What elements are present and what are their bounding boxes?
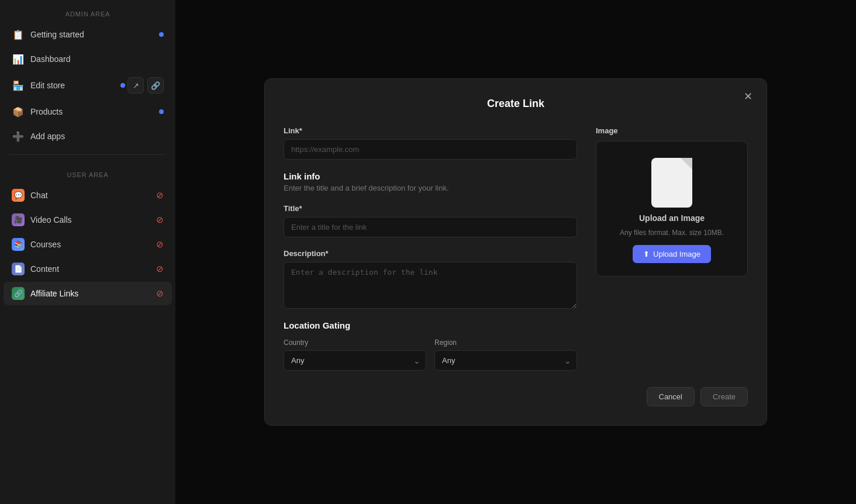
sidebar-item-getting-started[interactable]: 📋 Getting started	[4, 23, 172, 46]
title-form-group: Title*	[284, 204, 577, 237]
create-link-modal: Create Link ✕ Link* Link info Enter the …	[264, 78, 767, 426]
chat-icon: 💬	[12, 189, 25, 202]
country-label: Country	[284, 339, 426, 347]
chat-icon-wrapper: 💬	[12, 189, 25, 202]
country-select-wrapper: Any	[284, 350, 426, 371]
upload-image-button[interactable]: ⬆ Upload Image	[633, 245, 711, 263]
edit-store-dot	[120, 83, 125, 88]
close-icon: ✕	[744, 90, 753, 103]
link-info-subtitle: Enter the title and a brief description …	[284, 184, 577, 192]
getting-started-dot	[159, 32, 164, 37]
sidebar-item-label-dashboard: Dashboard	[30, 54, 164, 64]
content-icon: 📄	[12, 263, 25, 275]
edit-store-external-link-btn[interactable]: ↗	[127, 77, 144, 94]
modal-body: Link* Link info Enter the title and a br…	[284, 126, 748, 371]
sidebar-item-label-add-apps: Add apps	[30, 132, 164, 141]
content-icon-wrapper: 📄	[12, 263, 25, 275]
modal-overlay: Create Link ✕ Link* Link info Enter the …	[175, 0, 856, 504]
link-label: Link*	[284, 126, 577, 135]
admin-area-label: ADMIN AREA	[0, 0, 175, 22]
upload-title: Upload an Image	[639, 213, 705, 223]
sidebar: ADMIN AREA 📋 Getting started 📊 Dashboard…	[0, 0, 175, 504]
courses-disabled-icon: ⊘	[156, 239, 164, 250]
courses-icon: 📚	[12, 238, 25, 251]
sidebar-item-courses[interactable]: 📚 Courses ⊘	[4, 233, 172, 256]
region-select[interactable]: Any	[434, 350, 577, 371]
region-group: Region Any	[434, 339, 577, 371]
sidebar-item-label-video-calls: Video Calls	[30, 215, 156, 225]
affiliate-links-icon: 🔗	[12, 287, 25, 300]
content-disabled-icon: ⊘	[156, 264, 164, 274]
copy-link-icon: 🔗	[151, 81, 160, 90]
modal-title: Create Link	[284, 98, 748, 110]
cancel-button[interactable]: Cancel	[647, 387, 695, 406]
sidebar-item-label-edit-store: Edit store	[30, 81, 117, 90]
upload-subtitle: Any files format. Max. size 10MB.	[620, 229, 724, 237]
affiliate-links-disabled-icon: ⊘	[156, 288, 164, 299]
link-form-group: Link*	[284, 126, 577, 160]
edit-store-copy-link-btn[interactable]: 🔗	[147, 77, 164, 94]
link-info-section: Link info Enter the title and a brief de…	[284, 171, 577, 192]
modal-left-section: Link* Link info Enter the title and a br…	[284, 126, 577, 371]
sidebar-item-add-apps[interactable]: ➕ Add apps	[4, 125, 172, 148]
sidebar-item-products[interactable]: 📦 Products	[4, 100, 172, 123]
sidebar-item-label-chat: Chat	[30, 191, 156, 200]
link-input[interactable]	[284, 139, 577, 160]
sidebar-item-label-content: Content	[30, 264, 156, 274]
location-gating-section: Location Gating Country Any	[284, 320, 577, 371]
description-form-group: Description*	[284, 249, 577, 309]
dashboard-icon: 📊	[12, 53, 25, 65]
title-label: Title*	[284, 204, 577, 213]
sidebar-item-dashboard[interactable]: 📊 Dashboard	[4, 47, 172, 71]
modal-right-section: Image Upload an Image Any files format. …	[596, 126, 748, 371]
video-calls-icon-wrapper: 🎥	[12, 213, 25, 226]
location-gating-title: Location Gating	[284, 320, 577, 330]
image-upload-box: Upload an Image Any files format. Max. s…	[596, 141, 748, 277]
sidebar-item-affiliate-links[interactable]: 🔗 Affiliate Links ⊘	[4, 282, 172, 305]
user-area-label: USER AREA	[0, 161, 175, 183]
sidebar-item-label-products: Products	[30, 107, 156, 116]
edit-store-icon: 🏪	[12, 79, 25, 92]
sidebar-divider	[9, 154, 166, 155]
sidebar-item-chat[interactable]: 💬 Chat ⊘	[4, 184, 172, 207]
title-input[interactable]	[284, 217, 577, 237]
description-textarea[interactable]	[284, 262, 577, 309]
video-calls-icon: 🎥	[12, 213, 25, 226]
sidebar-item-label-courses: Courses	[30, 240, 156, 249]
affiliate-links-icon-wrapper: 🔗	[12, 287, 25, 300]
upload-btn-label: Upload Image	[653, 250, 700, 258]
description-label: Description*	[284, 249, 577, 258]
region-label: Region	[434, 339, 577, 347]
sidebar-item-edit-store[interactable]: 🏪 Edit store ↗ 🔗	[4, 72, 172, 99]
products-icon: 📦	[12, 105, 25, 118]
chat-disabled-icon: ⊘	[156, 190, 164, 201]
getting-started-icon: 📋	[12, 28, 25, 41]
link-info-title: Link info	[284, 171, 577, 181]
sidebar-item-label-getting-started: Getting started	[30, 30, 156, 39]
modal-footer: Cancel Create	[284, 387, 748, 406]
sidebar-item-label-affiliate-links: Affiliate Links	[30, 289, 156, 298]
sidebar-item-video-calls[interactable]: 🎥 Video Calls ⊘	[4, 208, 172, 232]
file-placeholder-icon	[651, 158, 692, 208]
sidebar-item-content[interactable]: 📄 Content ⊘	[4, 257, 172, 281]
location-row: Country Any Region	[284, 339, 577, 371]
courses-icon-wrapper: 📚	[12, 238, 25, 251]
video-calls-disabled-icon: ⊘	[156, 215, 164, 225]
create-button[interactable]: Create	[700, 387, 748, 406]
image-label: Image	[596, 126, 748, 135]
add-apps-icon: ➕	[12, 130, 25, 143]
products-dot	[159, 109, 164, 114]
edit-store-actions: ↗ 🔗	[127, 77, 164, 94]
country-group: Country Any	[284, 339, 426, 371]
country-select[interactable]: Any	[284, 350, 426, 371]
external-link-icon: ↗	[133, 81, 139, 90]
upload-icon: ⬆	[643, 250, 650, 258]
main-content: Create Link ✕ Link* Link info Enter the …	[175, 0, 856, 504]
modal-close-button[interactable]: ✕	[740, 88, 756, 105]
region-select-wrapper: Any	[434, 350, 577, 371]
